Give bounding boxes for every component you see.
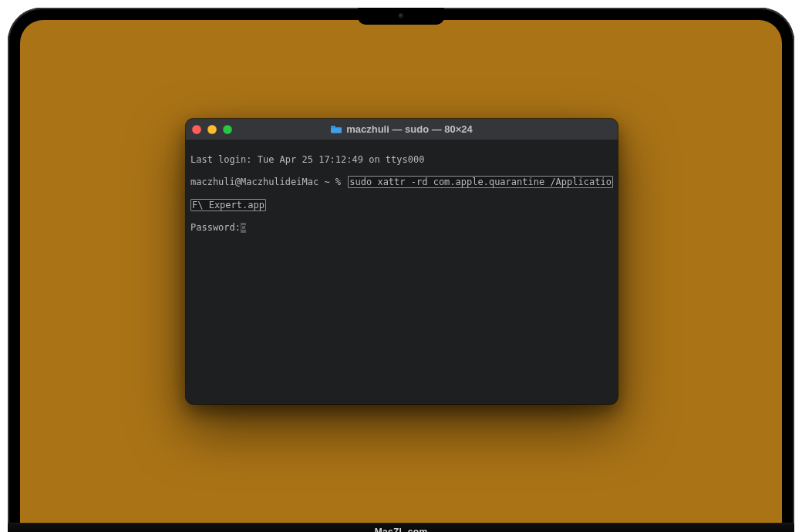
traffic-lights	[192, 125, 232, 134]
window-titlebar[interactable]: maczhuli — sudo — 80×24	[186, 119, 618, 140]
password-cursor-icon	[241, 223, 246, 233]
close-icon[interactable]	[192, 125, 201, 134]
branding-label: MacZL.com	[375, 527, 428, 533]
command-highlight-2: F\ Expert.app	[190, 199, 266, 211]
zoom-icon[interactable]	[223, 125, 232, 134]
terminal-line-last-login: Last login: Tue Apr 25 17:12:49 on ttys0…	[190, 154, 613, 165]
desktop-wallpaper: maczhuli — sudo — 80×24 Last login: Tue …	[20, 20, 782, 532]
device-hinge: MacZL.com	[8, 523, 794, 532]
camera-icon	[399, 13, 404, 19]
terminal-prompt: maczhuli@MaczhulideiMac ~ %	[190, 177, 346, 187]
password-label: Password:	[190, 222, 241, 233]
terminal-line-password: Password:	[190, 222, 613, 233]
folder-icon	[331, 125, 342, 134]
terminal-line-command-1: maczhuli@MaczhulideiMac ~ % sudo xattr -…	[190, 176, 613, 188]
minimize-icon[interactable]	[207, 125, 217, 134]
terminal-body[interactable]: Last login: Tue Apr 25 17:12:49 on ttys0…	[186, 140, 618, 404]
terminal-window[interactable]: maczhuli — sudo — 80×24 Last login: Tue …	[186, 119, 618, 404]
window-title: maczhuli — sudo — 80×24	[346, 123, 473, 135]
terminal-line-command-2: F\ Expert.app	[190, 199, 613, 211]
display-notch	[358, 8, 444, 25]
command-highlight-1: sudo xattr -rd com.apple.quarantine /App…	[348, 176, 613, 188]
laptop-frame: maczhuli — sudo — 80×24 Last login: Tue …	[8, 8, 794, 532]
